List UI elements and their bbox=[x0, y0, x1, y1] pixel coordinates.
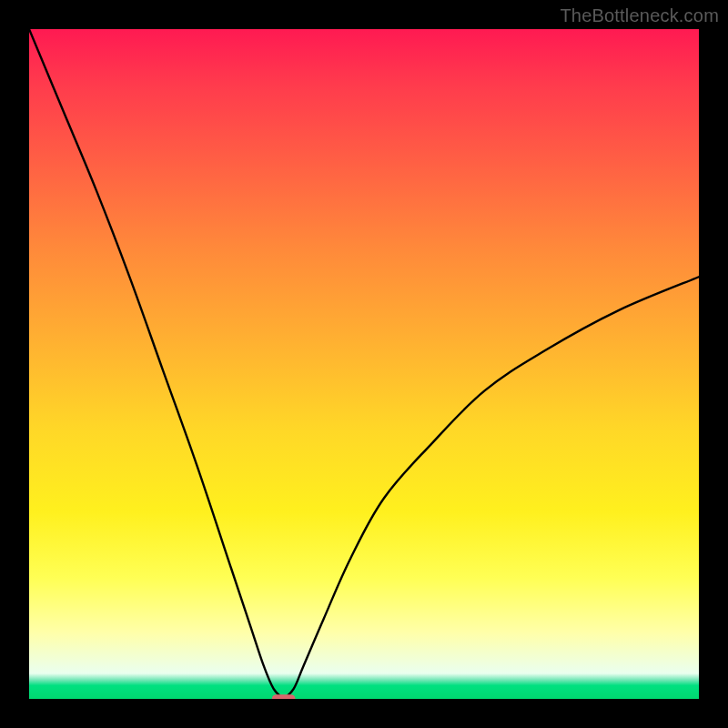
curve-right-branch bbox=[284, 277, 699, 699]
attribution-label: TheBottleneck.com bbox=[560, 5, 719, 26]
plot-area bbox=[29, 29, 699, 699]
curve-left-branch bbox=[29, 29, 284, 699]
minimum-marker bbox=[272, 694, 296, 699]
chart-frame: TheBottleneck.com bbox=[0, 0, 728, 728]
bottleneck-curve bbox=[29, 29, 699, 699]
